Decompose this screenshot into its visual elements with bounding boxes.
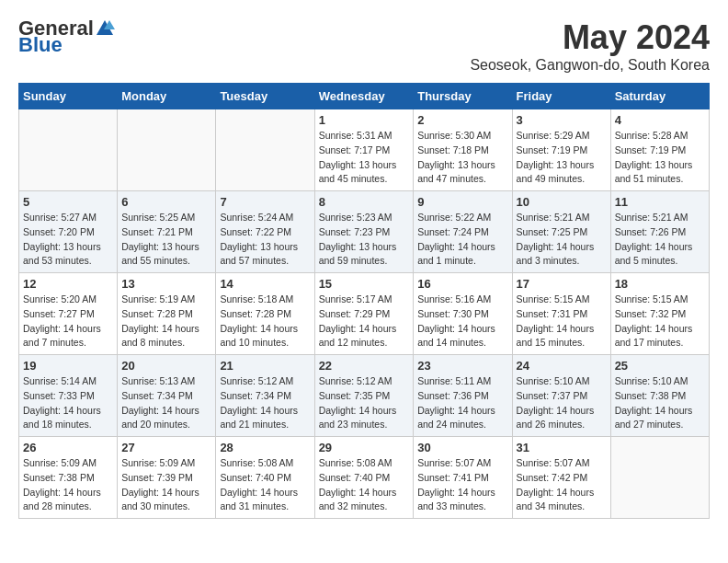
day-number: 31 xyxy=(517,441,607,454)
logo: General Blue xyxy=(18,18,116,55)
weekday-header: Tuesday xyxy=(216,84,314,109)
day-info: Sunrise: 5:28 AM Sunset: 7:19 PM Dayligh… xyxy=(615,129,705,187)
calendar-day-cell: 18Sunrise: 5:15 AM Sunset: 7:32 PM Dayli… xyxy=(610,273,709,355)
calendar-day-cell: 22Sunrise: 5:12 AM Sunset: 7:35 PM Dayli… xyxy=(314,355,414,437)
calendar-table: SundayMondayTuesdayWednesdayThursdayFrid… xyxy=(18,83,710,519)
calendar-day-cell: 31Sunrise: 5:07 AM Sunset: 7:42 PM Dayli… xyxy=(512,437,610,519)
calendar-day-cell: 19Sunrise: 5:14 AM Sunset: 7:33 PM Dayli… xyxy=(19,355,118,437)
day-info: Sunrise: 5:18 AM Sunset: 7:28 PM Dayligh… xyxy=(220,293,310,350)
day-number: 7 xyxy=(220,195,310,209)
calendar-day-cell: 13Sunrise: 5:19 AM Sunset: 7:28 PM Dayli… xyxy=(118,273,216,355)
day-info: Sunrise: 5:22 AM Sunset: 7:24 PM Dayligh… xyxy=(417,211,507,269)
day-info: Sunrise: 5:15 AM Sunset: 7:32 PM Dayligh… xyxy=(615,293,705,350)
day-info: Sunrise: 5:16 AM Sunset: 7:30 PM Dayligh… xyxy=(417,293,507,350)
title-area: May 2024 Seoseok, Gangwon-do, South Kore… xyxy=(470,18,710,74)
weekday-header: Thursday xyxy=(414,84,512,109)
day-number: 28 xyxy=(220,441,310,454)
logo-icon xyxy=(95,18,115,39)
day-number: 21 xyxy=(220,359,310,373)
weekday-header: Sunday xyxy=(19,84,118,109)
day-number: 2 xyxy=(417,113,507,127)
calendar-day-cell: 21Sunrise: 5:12 AM Sunset: 7:34 PM Dayli… xyxy=(216,355,314,437)
calendar-week-row: 1Sunrise: 5:31 AM Sunset: 7:17 PM Daylig… xyxy=(19,109,710,191)
day-info: Sunrise: 5:21 AM Sunset: 7:25 PM Dayligh… xyxy=(517,211,607,269)
day-number: 13 xyxy=(121,277,211,291)
day-number: 26 xyxy=(23,441,113,454)
day-info: Sunrise: 5:19 AM Sunset: 7:28 PM Dayligh… xyxy=(121,293,211,350)
location-title: Seoseok, Gangwon-do, South Korea xyxy=(470,57,710,74)
calendar-day-cell: 24Sunrise: 5:10 AM Sunset: 7:37 PM Dayli… xyxy=(512,355,610,437)
day-info: Sunrise: 5:12 AM Sunset: 7:35 PM Dayligh… xyxy=(319,374,410,432)
day-info: Sunrise: 5:09 AM Sunset: 7:38 PM Dayligh… xyxy=(23,456,113,514)
calendar-day-cell: 16Sunrise: 5:16 AM Sunset: 7:30 PM Dayli… xyxy=(414,273,512,355)
day-number: 25 xyxy=(615,359,705,373)
day-info: Sunrise: 5:15 AM Sunset: 7:31 PM Dayligh… xyxy=(517,293,607,350)
day-number: 9 xyxy=(417,195,507,209)
calendar-day-cell: 14Sunrise: 5:18 AM Sunset: 7:28 PM Dayli… xyxy=(216,273,314,355)
weekday-header: Friday xyxy=(512,84,610,109)
day-info: Sunrise: 5:27 AM Sunset: 7:20 PM Dayligh… xyxy=(23,211,113,269)
calendar-week-row: 12Sunrise: 5:20 AM Sunset: 7:27 PM Dayli… xyxy=(19,273,710,355)
calendar-day-cell: 2Sunrise: 5:30 AM Sunset: 7:18 PM Daylig… xyxy=(414,109,512,191)
day-info: Sunrise: 5:12 AM Sunset: 7:34 PM Dayligh… xyxy=(220,374,310,432)
calendar-day-cell: 12Sunrise: 5:20 AM Sunset: 7:27 PM Dayli… xyxy=(19,273,118,355)
day-info: Sunrise: 5:17 AM Sunset: 7:29 PM Dayligh… xyxy=(319,293,410,350)
day-number: 11 xyxy=(615,195,705,209)
calendar-day-cell: 28Sunrise: 5:08 AM Sunset: 7:40 PM Dayli… xyxy=(216,437,314,519)
day-number: 6 xyxy=(121,195,211,209)
calendar-day-cell xyxy=(118,109,216,191)
day-number: 8 xyxy=(319,195,410,209)
day-number: 10 xyxy=(517,195,607,209)
calendar-header-row: SundayMondayTuesdayWednesdayThursdayFrid… xyxy=(19,84,710,109)
calendar-day-cell xyxy=(216,109,314,191)
calendar-day-cell: 1Sunrise: 5:31 AM Sunset: 7:17 PM Daylig… xyxy=(314,109,414,191)
day-info: Sunrise: 5:31 AM Sunset: 7:17 PM Dayligh… xyxy=(319,129,410,187)
weekday-header: Monday xyxy=(118,84,216,109)
calendar-day-cell: 29Sunrise: 5:08 AM Sunset: 7:40 PM Dayli… xyxy=(314,437,414,519)
calendar-day-cell: 20Sunrise: 5:13 AM Sunset: 7:34 PM Dayli… xyxy=(118,355,216,437)
day-info: Sunrise: 5:08 AM Sunset: 7:40 PM Dayligh… xyxy=(220,456,310,514)
day-number: 4 xyxy=(615,113,705,127)
calendar-day-cell: 17Sunrise: 5:15 AM Sunset: 7:31 PM Dayli… xyxy=(512,273,610,355)
day-number: 27 xyxy=(121,441,211,454)
calendar-day-cell xyxy=(19,109,118,191)
day-number: 29 xyxy=(319,441,410,454)
day-number: 20 xyxy=(121,359,211,373)
weekday-header: Wednesday xyxy=(314,84,414,109)
month-title: May 2024 xyxy=(470,18,710,57)
calendar-day-cell xyxy=(610,437,709,519)
day-info: Sunrise: 5:21 AM Sunset: 7:26 PM Dayligh… xyxy=(615,211,705,269)
day-number: 16 xyxy=(417,277,507,291)
day-number: 14 xyxy=(220,277,310,291)
day-number: 30 xyxy=(417,441,507,454)
calendar-week-row: 26Sunrise: 5:09 AM Sunset: 7:38 PM Dayli… xyxy=(19,437,710,519)
day-info: Sunrise: 5:08 AM Sunset: 7:40 PM Dayligh… xyxy=(319,456,410,514)
calendar-day-cell: 5Sunrise: 5:27 AM Sunset: 7:20 PM Daylig… xyxy=(19,191,118,273)
day-number: 22 xyxy=(319,359,410,373)
calendar-day-cell: 30Sunrise: 5:07 AM Sunset: 7:41 PM Dayli… xyxy=(414,437,512,519)
day-info: Sunrise: 5:11 AM Sunset: 7:36 PM Dayligh… xyxy=(417,374,507,432)
calendar-day-cell: 7Sunrise: 5:24 AM Sunset: 7:22 PM Daylig… xyxy=(216,191,314,273)
day-number: 3 xyxy=(517,113,607,127)
page-header: General Blue May 2024 Seoseok, Gangwon-d… xyxy=(18,18,710,74)
day-number: 19 xyxy=(23,359,113,373)
day-number: 17 xyxy=(517,277,607,291)
day-number: 23 xyxy=(417,359,507,373)
calendar-day-cell: 25Sunrise: 5:10 AM Sunset: 7:38 PM Dayli… xyxy=(610,355,709,437)
day-info: Sunrise: 5:25 AM Sunset: 7:21 PM Dayligh… xyxy=(121,211,211,269)
day-number: 12 xyxy=(23,277,113,291)
day-info: Sunrise: 5:07 AM Sunset: 7:41 PM Dayligh… xyxy=(417,456,507,514)
calendar-day-cell: 4Sunrise: 5:28 AM Sunset: 7:19 PM Daylig… xyxy=(610,109,709,191)
weekday-header: Saturday xyxy=(610,84,709,109)
calendar-day-cell: 8Sunrise: 5:23 AM Sunset: 7:23 PM Daylig… xyxy=(314,191,414,273)
day-info: Sunrise: 5:13 AM Sunset: 7:34 PM Dayligh… xyxy=(121,374,211,432)
day-info: Sunrise: 5:07 AM Sunset: 7:42 PM Dayligh… xyxy=(517,456,607,514)
day-info: Sunrise: 5:24 AM Sunset: 7:22 PM Dayligh… xyxy=(220,211,310,269)
day-info: Sunrise: 5:10 AM Sunset: 7:38 PM Dayligh… xyxy=(615,374,705,432)
day-number: 18 xyxy=(615,277,705,291)
calendar-day-cell: 26Sunrise: 5:09 AM Sunset: 7:38 PM Dayli… xyxy=(19,437,118,519)
calendar-day-cell: 11Sunrise: 5:21 AM Sunset: 7:26 PM Dayli… xyxy=(610,191,709,273)
day-info: Sunrise: 5:20 AM Sunset: 7:27 PM Dayligh… xyxy=(23,293,113,350)
day-info: Sunrise: 5:10 AM Sunset: 7:37 PM Dayligh… xyxy=(517,374,607,432)
calendar-day-cell: 6Sunrise: 5:25 AM Sunset: 7:21 PM Daylig… xyxy=(118,191,216,273)
